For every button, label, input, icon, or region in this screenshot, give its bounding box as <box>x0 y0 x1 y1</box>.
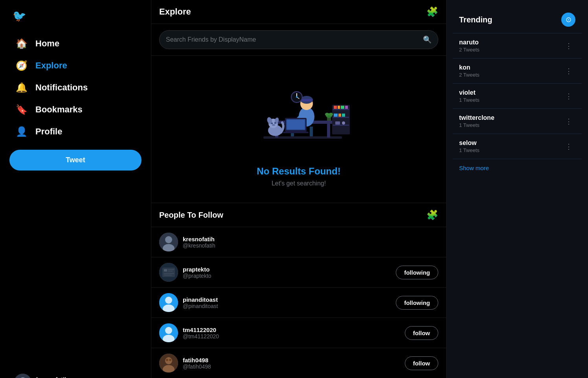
person-display-tm41122020: tm41122020 <box>183 327 405 333</box>
no-results-illustration <box>240 72 358 158</box>
sidebar-item-explore[interactable]: 🧭 Explore <box>9 55 141 76</box>
svg-rect-32 <box>338 106 340 109</box>
trending-item-twitterclone[interactable]: twitterclone 1 Tweets ⋮ <box>453 108 582 134</box>
svg-rect-33 <box>341 106 344 109</box>
person-display-fatih0498: fatih0498 <box>183 357 405 363</box>
trending-panel: Trending ⊙ naruto 2 Tweets ⋮ kon 2 Tweet… <box>453 6 582 177</box>
no-results-subtitle: Let's get searching! <box>272 180 326 187</box>
svg-point-68 <box>166 359 168 361</box>
svg-rect-57 <box>164 273 174 274</box>
more-button-selow[interactable]: ⋮ <box>562 141 575 152</box>
avatar-tm41122020 <box>159 323 178 342</box>
follow-button-fatih0498[interactable]: follow <box>405 356 438 370</box>
compass-icon: ⊙ <box>561 13 575 27</box>
person-handle-praptekto: @praptekto <box>183 273 396 279</box>
twitter-logo: 🐦 <box>9 6 141 26</box>
right-sidebar: Trending ⊙ naruto 2 Tweets ⋮ kon 2 Tweet… <box>447 0 588 378</box>
more-button-kon[interactable]: ⋮ <box>562 65 575 77</box>
person-item-fatih0498[interactable]: fatih0498 @fatih0498 follow <box>151 348 446 378</box>
left-sidebar: 🐦 🏠 Home 🧭 Explore 🔔 Notifications 🔖 Boo… <box>0 0 151 378</box>
people-to-follow-header: People To Follow 🧩 <box>151 203 446 227</box>
svg-rect-9 <box>310 127 313 136</box>
svg-rect-28 <box>333 109 349 110</box>
trending-name-violet: violet <box>459 89 480 96</box>
sidebar-item-explore-label: Explore <box>35 61 67 71</box>
people-to-follow-title: People To Follow <box>159 211 223 220</box>
svg-point-26 <box>272 124 275 126</box>
person-display-praptekto: praptekto <box>183 266 396 273</box>
search-container: 🔍 <box>151 24 446 56</box>
svg-rect-58 <box>164 275 172 275</box>
svg-point-48 <box>329 113 333 116</box>
svg-rect-31 <box>334 106 337 109</box>
trending-info-twitterclone: twitterclone 1 Tweets <box>459 114 494 128</box>
sidebar-item-bookmarks[interactable]: 🔖 Bookmarks <box>9 99 141 120</box>
person-item-praptekto[interactable]: praptekto @praptekto following <box>151 257 446 288</box>
svg-rect-18 <box>287 120 305 129</box>
trending-item-selow[interactable]: selow 1 Tweets ⋮ <box>453 134 582 159</box>
person-handle-fatih0498: @fatih0498 <box>183 363 405 370</box>
follow-button-tm41122020[interactable]: follow <box>405 326 438 340</box>
trending-count-selow: 1 Tweets <box>459 147 480 153</box>
no-results-title: No Results Found! <box>257 166 340 177</box>
person-info-tm41122020: tm41122020 @tm41122020 <box>183 327 405 339</box>
user-avatar <box>14 374 31 378</box>
trending-name-twitterclone: twitterclone <box>459 114 494 121</box>
person-info-fatih0498: fatih0498 @fatih0498 <box>183 357 405 370</box>
avatar-kresnofatih <box>159 233 178 251</box>
more-button-naruto[interactable]: ⋮ <box>562 40 575 52</box>
more-button-twitterclone[interactable]: ⋮ <box>562 116 575 127</box>
trending-header: Trending ⊙ <box>453 6 582 33</box>
trending-item-violet[interactable]: violet 1 Tweets ⋮ <box>453 83 582 108</box>
user-info: kresnofatih @kresnofatih <box>36 376 130 378</box>
svg-point-47 <box>325 113 329 116</box>
trending-name-kon: kon <box>459 64 480 71</box>
home-icon: 🏠 <box>16 38 28 49</box>
more-button-violet[interactable]: ⋮ <box>562 90 575 102</box>
svg-point-44 <box>296 96 298 98</box>
person-handle-kresnofatih: @kresnofatih <box>183 242 438 249</box>
svg-rect-53 <box>162 268 175 277</box>
trending-info-violet: violet 1 Tweets <box>459 89 480 103</box>
search-input[interactable] <box>166 36 419 43</box>
sidebar-item-profile[interactable]: 👤 Profile <box>9 121 141 142</box>
trending-item-kon[interactable]: kon 2 Tweets ⋮ <box>453 58 582 83</box>
person-item-kresnofatih[interactable]: kresnofatih @kresnofatih <box>151 227 446 257</box>
svg-rect-6 <box>327 124 330 138</box>
svg-point-24 <box>271 123 273 124</box>
trending-item-naruto[interactable]: naruto 2 Tweets ⋮ <box>453 33 582 58</box>
following-button-praptekto[interactable]: following <box>396 266 438 279</box>
person-item-tm41122020[interactable]: tm41122020 @tm41122020 follow <box>151 318 446 348</box>
show-more-link[interactable]: Show more <box>453 159 582 177</box>
page-title: Explore <box>159 7 191 17</box>
svg-rect-54 <box>164 269 167 272</box>
svg-point-69 <box>169 359 171 361</box>
user-profile-bar[interactable]: kresnofatih @kresnofatih › <box>9 369 141 378</box>
sidebar-item-home[interactable]: 🏠 Home <box>9 33 141 54</box>
svg-rect-30 <box>333 125 349 126</box>
no-results-section: No Results Found! Let's get searching! <box>151 56 446 203</box>
sidebar-item-profile-label: Profile <box>35 127 62 137</box>
sidebar-item-home-label: Home <box>35 39 59 49</box>
tweet-button[interactable]: Tweet <box>9 150 141 171</box>
person-item-pinanditoast[interactable]: pinanditoast @pinanditoast following <box>151 288 446 318</box>
trending-info-kon: kon 2 Tweets <box>459 64 480 78</box>
svg-rect-13 <box>300 99 313 101</box>
search-bar: 🔍 <box>159 30 438 49</box>
explore-icon: 🧭 <box>16 60 28 71</box>
svg-rect-29 <box>333 117 349 118</box>
sidebar-item-notifications[interactable]: 🔔 Notifications <box>9 77 141 98</box>
sidebar-nav: 🏠 Home 🧭 Explore 🔔 Notifications 🔖 Bookm… <box>9 33 141 369</box>
trending-count-violet: 1 Tweets <box>459 97 480 103</box>
user-display-name: kresnofatih <box>36 376 130 378</box>
svg-point-66 <box>165 357 172 364</box>
svg-rect-35 <box>334 114 338 117</box>
following-button-pinanditoast[interactable]: following <box>396 296 438 310</box>
svg-rect-36 <box>338 114 341 117</box>
profile-icon: 👤 <box>16 126 28 137</box>
trending-name-selow: selow <box>459 139 480 147</box>
person-info-praptekto: praptekto @praptekto <box>183 266 396 279</box>
person-display-kresnofatih: kresnofatih <box>183 236 438 242</box>
person-handle-tm41122020: @tm41122020 <box>183 333 405 339</box>
svg-rect-34 <box>345 106 348 109</box>
